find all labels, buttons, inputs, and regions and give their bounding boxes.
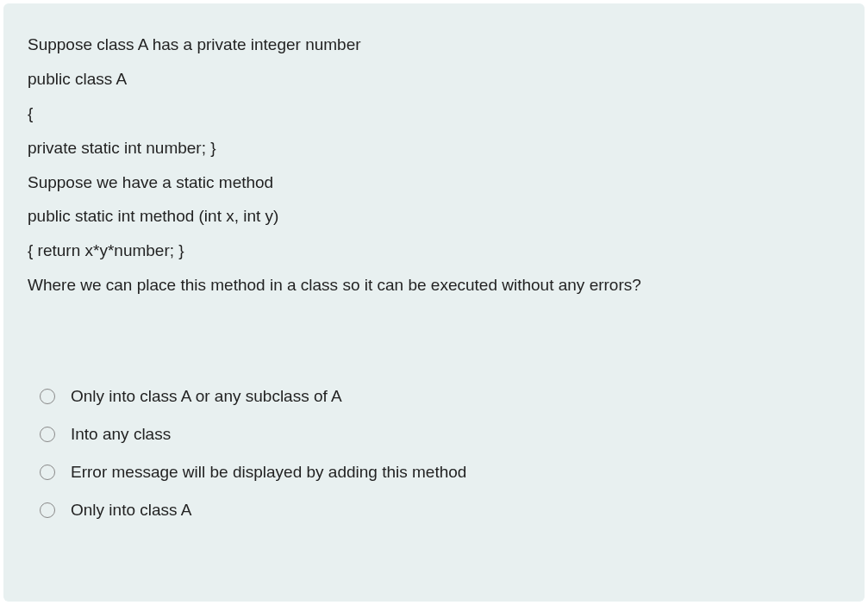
options-container: Only into class A or any subclass of A I… [28,387,840,520]
option-label: Error message will be displayed by addin… [71,463,466,482]
question-line: { [28,97,840,131]
option-label: Only into class A [71,501,191,520]
question-line: public class A [28,62,840,97]
radio-icon [40,502,55,518]
question-line: public static int method (int x, int y) [28,199,840,234]
option-row-1[interactable]: Only into class A or any subclass of A [40,387,840,406]
option-label: Into any class [71,425,171,444]
option-row-3[interactable]: Error message will be displayed by addin… [40,463,840,482]
question-text: Suppose class A has a private integer nu… [28,28,840,302]
question-line: private static int number; } [28,131,840,165]
option-label: Only into class A or any subclass of A [71,387,342,406]
question-line: { return x*y*number; } [28,234,840,268]
radio-icon [40,427,55,442]
question-line: Suppose we have a static method [28,165,840,200]
radio-icon [40,465,55,480]
question-line: Suppose class A has a private integer nu… [28,28,840,62]
option-row-4[interactable]: Only into class A [40,501,840,520]
question-card: Suppose class A has a private integer nu… [3,3,865,602]
option-row-2[interactable]: Into any class [40,425,840,444]
radio-icon [40,389,55,404]
question-line: Where we can place this method in a clas… [28,268,840,302]
